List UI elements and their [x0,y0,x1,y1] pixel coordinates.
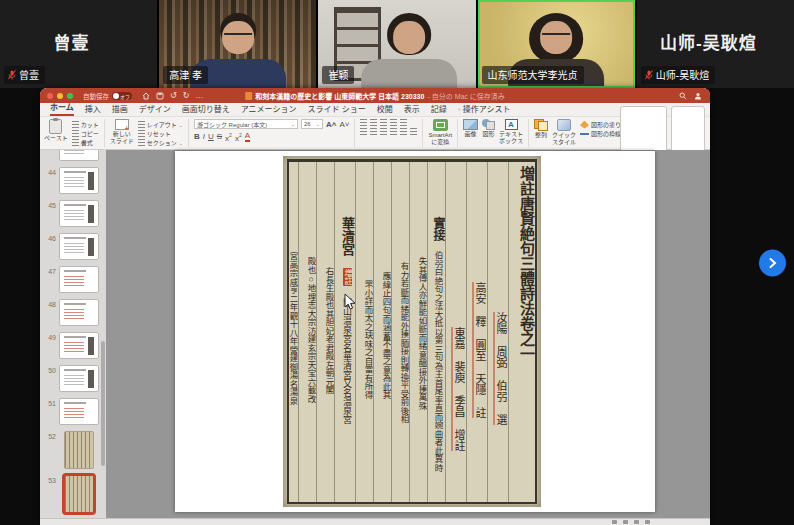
redo-icon[interactable]: ↻ [183,92,190,100]
book-column: 汝陽 周弼 伯弜 選 [487,162,508,502]
textbox-label: テキスト ボックス [499,131,523,144]
woodblock-book-scan[interactable]: 増註唐賢絶句三體詩法卷之一 汝陽 周弼 伯弜 選 [283,156,541,507]
format-painter-button[interactable]: 書式 [72,138,99,147]
align-left-icon[interactable] [360,128,367,135]
ribbon-tab[interactable]: 記録 [431,103,447,116]
account-icon[interactable] [694,92,702,100]
thumbnail-list: 44 45 46 [40,150,106,516]
align-right-icon[interactable] [380,128,387,135]
ribbon-tab[interactable]: ホーム [50,101,74,116]
save-icon[interactable] [156,92,164,100]
participant-tile[interactable]: 山师-吴耿煊 山师-吴耿煊 [637,0,794,88]
person-torso [362,59,458,88]
ribbon-tab-bar: ホーム 挿入 描画 デザイン 画面切り替え アニメーション スライド ショー 校… [40,103,710,117]
reset-button[interactable]: リセット [138,129,183,138]
cut-button[interactable]: カット [72,120,99,129]
justify-icon[interactable] [390,128,397,135]
superscript-button[interactable]: x2 [225,131,232,143]
format-painter-label: 書式 [81,138,93,147]
slide-thumbnail[interactable] [59,332,99,359]
shape-outline-label: 図形の枠線 [591,129,621,138]
insert-shapes-button[interactable]: 図形 [482,119,495,138]
italic-button[interactable]: I [203,132,205,141]
text-direction-icon[interactable] [410,128,417,135]
slide-thumbnail[interactable] [59,299,99,326]
reset-label: リセット [147,129,171,138]
zoom-window-button[interactable] [67,93,73,99]
underline-button[interactable]: U [208,132,214,141]
slideshow-icon[interactable] [634,520,639,524]
quick-styles-button[interactable]: クイック スタイル [552,119,576,145]
font-name-select[interactable]: 游ゴシック Regular (本文)⌄ [194,119,298,129]
section-button[interactable]: セクション⌄ [138,138,183,147]
copy-button[interactable]: コピー [72,129,99,138]
ribbon-tab[interactable]: 描画 [112,103,128,116]
ribbon-tab[interactable]: 表示 [404,103,420,116]
line-spacing-icon[interactable] [400,119,407,126]
strikethrough-button[interactable]: S [217,132,222,141]
slide-thumbnail[interactable] [59,167,99,194]
next-participants-button[interactable] [759,249,786,276]
bold-button[interactable]: B [194,132,200,141]
align-center-icon[interactable] [370,128,377,135]
slide-thumbnail[interactable] [59,200,99,227]
participant-tile[interactable]: 曾壹 曾壹 [0,0,157,88]
normal-view-icon[interactable] [612,520,617,524]
slide-thumbnail[interactable] [59,398,99,425]
insert-picture-button[interactable]: 画像 [463,119,478,138]
participant-tile[interactable]: 山东师范大学李光贞 [478,0,635,88]
person-glasses [542,33,570,40]
new-slide-icon [115,119,129,130]
convert-to-smartart-button[interactable]: SmartArt に変換 [428,119,452,145]
bullets-icon[interactable] [360,119,367,126]
increase-indent-icon[interactable] [390,119,397,126]
slide-thumbnail[interactable] [59,266,99,293]
participant-name: 曾壹 [19,67,39,82]
close-window-button[interactable] [47,93,53,99]
insert-textbox-button[interactable]: A テキスト ボックス [499,119,523,144]
participant-tile[interactable]: 崔颖 [318,0,475,88]
ribbon-tab[interactable]: デザイン [139,103,171,116]
font-size-select[interactable]: 26⌄ [301,119,323,129]
slide-number: 51 [42,398,56,407]
slide-thumbnail[interactable] [64,475,94,513]
layout-button[interactable]: レイアウト⌄ [138,120,183,129]
zoom-control-icon[interactable] [645,520,650,524]
grow-font-button[interactable]: A˄ [326,120,336,129]
slide-thumbnail-row [42,150,99,161]
slide-thumbnail[interactable] [64,431,94,469]
ribbon-tab[interactable]: 校閲 [377,103,393,116]
new-slide-button[interactable]: 新しい スライド [110,119,134,144]
ribbon-tab[interactable]: 挿入 [85,103,101,116]
subscript-button[interactable]: x2 [235,131,242,143]
ribbon-tab[interactable]: アニメーション [241,103,297,116]
current-slide[interactable]: 増註唐賢絶句三體詩法卷之一 汝陽 周弼 伯弜 選 [175,151,655,512]
home-icon[interactable] [142,92,150,100]
layout-label: レイアウト [147,120,177,129]
slide-sorter-icon[interactable] [623,520,628,524]
sidebar-scrollbar[interactable] [101,341,105,466]
ribbon-tab[interactable]: 操作アシスト [458,103,511,116]
search-icon[interactable] [679,92,687,100]
ribbon-tab[interactable]: 画面切り替え [182,103,230,116]
ribbon-tab[interactable]: スライド ショー [307,103,365,116]
more-commands-icon[interactable]: … [195,92,203,100]
minimize-window-button[interactable] [57,93,63,99]
participant-tile[interactable]: 高津 孝 [159,0,316,88]
slide-thumbnail-row: 45 [42,200,99,227]
slide-thumbnail[interactable] [59,150,99,161]
columns-icon[interactable] [400,128,407,135]
numbering-icon[interactable] [370,119,377,126]
autosave-switch[interactable]: オフ [112,92,132,100]
slide-thumbnail[interactable] [59,365,99,392]
shrink-font-button[interactable]: A˅ [339,120,349,129]
arrange-button[interactable]: 整列 [534,119,548,139]
paste-button[interactable]: ペースト [44,119,68,142]
person-face [394,21,426,54]
undo-icon[interactable]: ↺ [170,92,177,100]
font-color-button[interactable]: A [245,131,250,142]
paste-icon [49,119,62,134]
autosave-toggle[interactable]: 自動保存 オフ [83,91,132,101]
slide-thumbnail[interactable] [59,233,99,260]
decrease-indent-icon[interactable] [380,119,387,126]
